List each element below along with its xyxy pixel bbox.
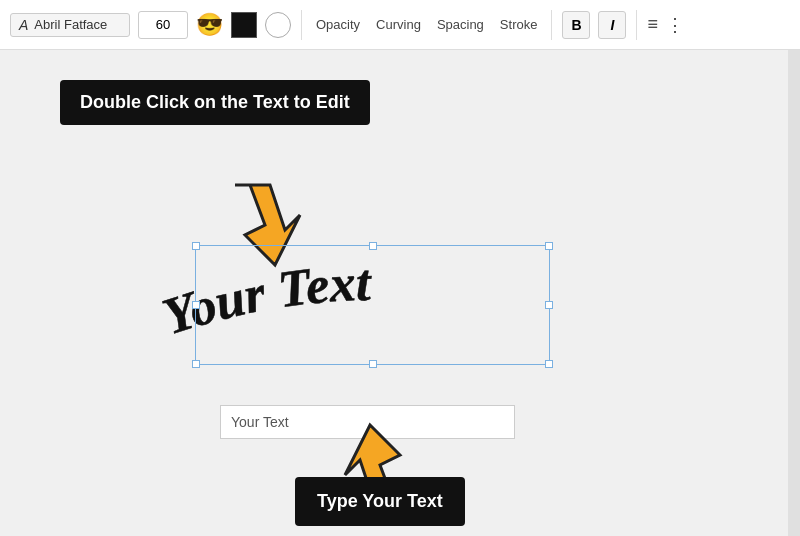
stroke-label[interactable]: Stroke [496,15,542,34]
spacing-label[interactable]: Spacing [433,15,488,34]
align-icon[interactable]: ≡ [647,14,658,35]
font-size-input[interactable] [138,11,188,39]
handle-tm[interactable] [369,242,377,250]
tooltip-double-click: Double Click on the Text to Edit [60,80,370,125]
font-selector[interactable]: A Abril Fatface [10,13,130,37]
handle-tl[interactable] [192,242,200,250]
handle-bm[interactable] [369,360,377,368]
color-swatch-black[interactable] [231,12,257,38]
text-selection-box[interactable] [195,245,550,365]
handle-br[interactable] [545,360,553,368]
text-input-value: Your Text [231,414,289,430]
canvas-area: Double Click on the Text to Edit Your Te… [0,50,800,536]
handle-bl[interactable] [192,360,200,368]
toolbar: A Abril Fatface 😎 Opacity Curving Spacin… [0,0,800,50]
scrollbar[interactable] [788,50,800,536]
color-swatch-white[interactable] [265,12,291,38]
handle-ml[interactable] [192,301,200,309]
handle-tr[interactable] [545,242,553,250]
bold-button[interactable]: B [562,11,590,39]
divider-3 [636,10,637,40]
opacity-label[interactable]: Opacity [312,15,364,34]
font-a-icon: A [19,17,28,33]
italic-button[interactable]: I [598,11,626,39]
tooltip-type-text: Type Your Text [295,477,465,526]
emoji-icon[interactable]: 😎 [196,12,223,38]
divider-1 [301,10,302,40]
divider-2 [551,10,552,40]
font-name-label: Abril Fatface [34,17,107,32]
handle-mr[interactable] [545,301,553,309]
more-options-icon[interactable]: ⋮ [666,14,684,36]
curving-label[interactable]: Curving [372,15,425,34]
